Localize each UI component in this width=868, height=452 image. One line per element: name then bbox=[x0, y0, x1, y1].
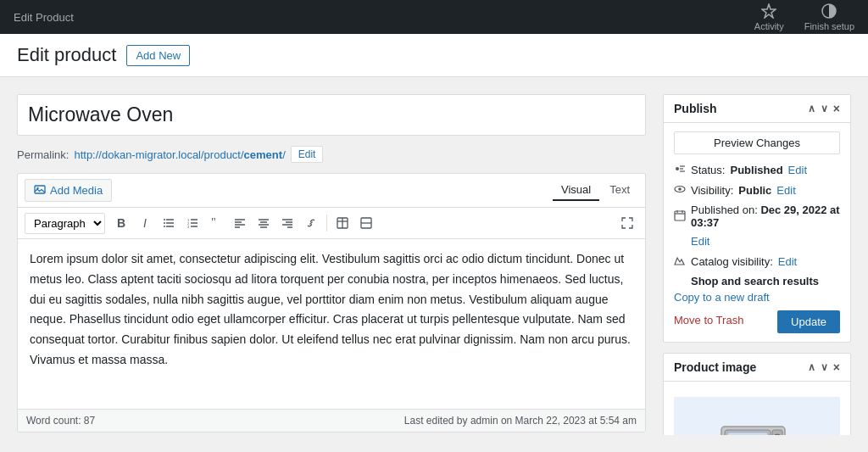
permalink-bar: Permalink: http://dokan-migrator.local/p… bbox=[17, 146, 646, 163]
editor-toolbar-top: Add Media Visual Text bbox=[18, 174, 645, 208]
svg-text:": " bbox=[211, 217, 216, 229]
top-bar-title: Edit Product bbox=[14, 11, 74, 24]
link-button[interactable] bbox=[300, 212, 322, 234]
product-image-placeholder[interactable] bbox=[674, 397, 840, 435]
move-trash-link[interactable]: Move to Trash bbox=[674, 314, 743, 326]
italic-button[interactable]: I bbox=[134, 212, 156, 234]
add-media-icon bbox=[34, 183, 46, 198]
visibility-edit-link[interactable]: Edit bbox=[776, 184, 795, 197]
img-collapse-icon[interactable]: × bbox=[833, 360, 840, 374]
editor-footer: Word count: 87 Last edited by admin on M… bbox=[18, 409, 645, 432]
chevron-down-icon[interactable]: ∨ bbox=[821, 103, 828, 114]
svg-point-6 bbox=[164, 219, 165, 220]
activity-button[interactable]: Activity bbox=[754, 3, 784, 31]
finish-setup-label: Finish setup bbox=[804, 21, 854, 31]
align-left-button[interactable] bbox=[229, 212, 251, 234]
permalink-edit-button[interactable]: Edit bbox=[291, 146, 324, 163]
catalog-visibility-value: Shop and search results bbox=[691, 275, 819, 287]
align-center-button[interactable] bbox=[253, 212, 275, 234]
page-header: Edit product Add New bbox=[0, 34, 868, 77]
product-image-box: Product image ∧ ∨ × bbox=[663, 353, 851, 435]
published-edit-link[interactable]: Edit bbox=[691, 235, 709, 248]
visibility-row: Visibility: Public Edit bbox=[674, 183, 840, 198]
publish-box-controls: ∧ ∨ × bbox=[808, 102, 840, 115]
visibility-value: Public bbox=[738, 184, 771, 197]
svg-point-8 bbox=[164, 226, 165, 227]
calendar-icon bbox=[674, 209, 686, 224]
publish-actions: Move to Trash Update bbox=[674, 310, 840, 333]
table-button[interactable] bbox=[331, 212, 353, 234]
permalink-link[interactable]: http://dokan-migrator.local/product/ceme… bbox=[74, 148, 285, 161]
fullscreen-button[interactable] bbox=[616, 212, 638, 234]
product-image-header: Product image ∧ ∨ × bbox=[664, 354, 850, 382]
collapse-icon[interactable]: × bbox=[833, 102, 840, 115]
editor-text: Lorem ipsum dolor sit amet, consectetur … bbox=[30, 249, 633, 371]
word-count: Word count: 87 bbox=[26, 415, 95, 427]
update-button[interactable]: Update bbox=[777, 310, 840, 333]
catalog-icon bbox=[674, 254, 686, 269]
img-chevron-down-icon[interactable]: ∨ bbox=[821, 361, 828, 373]
content-area: Permalink: http://dokan-migrator.local/p… bbox=[0, 77, 868, 452]
status-value: Published bbox=[730, 164, 782, 176]
bold-button[interactable]: B bbox=[110, 212, 132, 234]
blockquote-button[interactable]: " bbox=[205, 212, 227, 234]
visibility-label: Visibility: bbox=[691, 184, 733, 197]
paragraph-select[interactable]: Paragraph bbox=[25, 213, 105, 234]
editor-content[interactable]: Lorem ipsum dolor sit amet, consectetur … bbox=[18, 239, 645, 409]
catalog-visibility-label: Catalog visibility: bbox=[691, 255, 773, 268]
publish-box-body: Preview Changes Status: Published Edit bbox=[664, 123, 850, 342]
activity-label: Activity bbox=[754, 21, 784, 31]
tab-text[interactable]: Text bbox=[601, 180, 638, 201]
hr-button[interactable] bbox=[355, 212, 377, 234]
img-chevron-up-icon[interactable]: ∧ bbox=[808, 361, 815, 373]
svg-point-7 bbox=[164, 222, 165, 224]
page-title: Edit product bbox=[17, 44, 116, 66]
status-label: Status: bbox=[691, 164, 725, 176]
svg-rect-45 bbox=[727, 432, 768, 435]
add-media-label: Add Media bbox=[50, 184, 103, 197]
copy-draft-link[interactable]: Copy to a new draft bbox=[674, 291, 840, 304]
ol-button[interactable]: 123 bbox=[181, 212, 203, 234]
status-icon bbox=[674, 163, 686, 177]
page-wrap: Edit product Add New Permalink: http://d… bbox=[0, 34, 868, 452]
preview-changes-button[interactable]: Preview Changes bbox=[674, 131, 840, 154]
product-image-controls: ∧ ∨ × bbox=[808, 360, 840, 374]
add-media-button[interactable]: Add Media bbox=[25, 179, 112, 202]
catalog-visibility-row: Catalog visibility: Edit bbox=[674, 254, 840, 269]
editor-tabs: Visual Text bbox=[553, 180, 638, 201]
svg-text:3: 3 bbox=[187, 225, 190, 229]
publish-box-title: Publish bbox=[674, 102, 717, 115]
activity-icon bbox=[760, 3, 777, 20]
main-editor: Permalink: http://dokan-migrator.local/p… bbox=[17, 94, 646, 435]
last-edited: Last edited by admin on March 22, 2023 a… bbox=[404, 415, 637, 427]
align-right-button[interactable] bbox=[276, 212, 298, 234]
published-on-label: Published on: Dec 29, 2022 at 03:37 bbox=[691, 204, 840, 229]
product-image-body bbox=[664, 382, 850, 435]
permalink-label: Permalink: bbox=[17, 148, 69, 161]
top-bar: Edit Product Activity Finish setup bbox=[0, 0, 868, 34]
top-bar-actions: Activity Finish setup bbox=[754, 3, 854, 31]
publish-box-header: Publish ∧ ∨ × bbox=[664, 95, 850, 123]
finish-setup-button[interactable]: Finish setup bbox=[804, 3, 854, 31]
product-image-svg bbox=[715, 410, 799, 435]
product-image-title: Product image bbox=[674, 360, 756, 374]
status-edit-link[interactable]: Edit bbox=[788, 164, 807, 176]
sidebar: Publish ∧ ∨ × Preview Changes Status: bbox=[663, 94, 851, 435]
toolbar-divider bbox=[326, 215, 327, 232]
permalink-bold: cement bbox=[244, 148, 283, 161]
product-title-input[interactable] bbox=[17, 94, 646, 136]
status-row: Status: Published Edit bbox=[674, 163, 840, 177]
tab-visual[interactable]: Visual bbox=[553, 180, 599, 201]
svg-point-38 bbox=[678, 187, 682, 191]
svg-rect-39 bbox=[675, 211, 685, 220]
catalog-edit-link[interactable]: Edit bbox=[778, 255, 797, 268]
ul-button[interactable] bbox=[158, 212, 180, 234]
published-on-row: Published on: Dec 29, 2022 at 03:37 bbox=[674, 204, 840, 229]
eye-icon bbox=[674, 183, 686, 198]
finish-setup-icon bbox=[821, 3, 837, 20]
chevron-up-icon[interactable]: ∧ bbox=[808, 103, 815, 114]
editor-box: Add Media Visual Text Paragraph B I bbox=[17, 173, 646, 432]
publish-box: Publish ∧ ∨ × Preview Changes Status: bbox=[663, 94, 851, 343]
add-new-button[interactable]: Add New bbox=[126, 45, 190, 66]
format-toolbar: Paragraph B I 123 " bbox=[18, 208, 645, 239]
